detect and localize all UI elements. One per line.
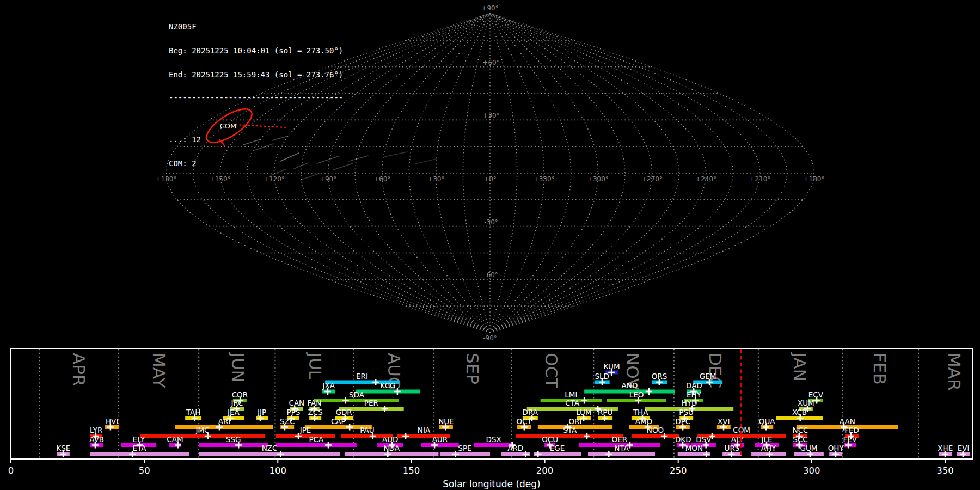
- shower-label-ORI: ORI: [568, 417, 581, 426]
- peak-marker-NIA: [402, 433, 409, 439]
- shower-label-MON: MON: [685, 444, 703, 452]
- shower-count: COM: 2: [169, 160, 343, 168]
- peak-marker-PCA: [325, 442, 332, 449]
- map-meridian: [490, 14, 760, 333]
- shower-label-NCC: NCC: [793, 426, 808, 434]
- x-tick-label: 0: [8, 465, 14, 476]
- shower-label-HYD: HYD: [682, 399, 697, 407]
- shower-label-ELY: ELY: [133, 435, 145, 444]
- peak-marker-EGE: [535, 451, 541, 457]
- shower-label-OER: OER: [612, 435, 628, 444]
- shower-label-SCC: SCC: [793, 435, 807, 444]
- peak-marker-CAP: [346, 424, 353, 431]
- month-label: SEP: [463, 353, 482, 384]
- shower-label-THA: THA: [633, 408, 648, 416]
- lon-label: +180°: [804, 175, 825, 183]
- shower-bar-ETA: [90, 452, 189, 456]
- shower-bar-SDA: [314, 399, 399, 402]
- header-separator: --------------------------------------: [169, 95, 343, 101]
- shower-bar-JPE: [276, 434, 335, 438]
- shower-label-AAN: AAN: [840, 417, 855, 426]
- month-label: MAR: [945, 353, 964, 391]
- shower-bar-PCA: [276, 443, 357, 447]
- map-meridian: [490, 14, 679, 333]
- lon-label: +30°: [427, 175, 444, 183]
- shower-label-AND: AND: [622, 381, 638, 390]
- shower-label-PPS: PPS: [287, 408, 301, 416]
- lon-label: +210°: [749, 175, 770, 183]
- x-tick-label: 250: [670, 465, 687, 476]
- shower-bars: KUMERISLDORSGEMJXAKCGANDDADCORSDALMILEOE…: [56, 362, 970, 457]
- shower-label-XUM: XUM: [798, 399, 814, 407]
- x-axis: 050100150200250300350Solar longitude (de…: [8, 459, 954, 489]
- shower-label-CAM: CAM: [167, 435, 183, 444]
- peak-marker-SDA: [342, 397, 349, 404]
- shower-label-JXA: JXA: [322, 381, 335, 390]
- shower-bar-NZC: [199, 452, 340, 456]
- shower-label-SZC: SZC: [280, 417, 295, 426]
- header-gap: [169, 117, 343, 120]
- sporadic-count: ...: 12: [169, 136, 343, 144]
- x-tick-label: 300: [803, 465, 820, 476]
- peak-marker-MON: [703, 451, 709, 457]
- shower-bar-NDA: [345, 452, 439, 456]
- shower-label-LMI: LMI: [565, 390, 577, 399]
- shower-label-NIA: NIA: [418, 426, 431, 434]
- shower-label-DRA: DRA: [523, 408, 538, 416]
- month-label: OCT: [542, 353, 561, 389]
- shower-bar-STA: [516, 434, 623, 438]
- peak-marker-ARD: [523, 451, 529, 457]
- header-info: NZ005F Beg: 20251225 10:04:01 (sol = 273…: [169, 7, 343, 183]
- timeline-plot: APRMAYJUNJULAUGSEPOCTNOVDECJANFEBMARKUME…: [8, 348, 972, 489]
- shower-label-LEO: LEO: [629, 390, 644, 399]
- meteor-streak: [384, 152, 407, 157]
- shower-label-NTA: NTA: [614, 444, 629, 452]
- shower-label-SPE: SPE: [458, 444, 471, 452]
- shower-label-PCA: PCA: [309, 435, 324, 444]
- shower-label-FEV: FEV: [843, 435, 857, 444]
- shower-label-ECV: ECV: [808, 390, 824, 399]
- shower-label-SDA: SDA: [349, 390, 365, 399]
- shower-label-AUD: AUD: [382, 435, 399, 444]
- lon-label: +0°: [483, 175, 497, 183]
- map-meridian: [490, 14, 571, 333]
- month-label: JAN: [790, 352, 810, 382]
- pole-label-north: +90°: [481, 4, 498, 12]
- pole-label-south: -90°: [483, 334, 497, 342]
- shower-bar-SSG: [199, 443, 268, 447]
- peak-marker-STA: [584, 433, 590, 439]
- shower-label-GDR: GDR: [336, 408, 352, 416]
- shower-label-AHY: AHY: [761, 444, 776, 452]
- lon-label: +330°: [534, 175, 555, 183]
- shower-label-GUM: GUM: [800, 444, 817, 452]
- shower-label-AVB: AVB: [89, 435, 104, 444]
- report-canvas: +90°-90°+60°+30°-30°-60°+180°+150°+120°+…: [0, 0, 980, 490]
- x-tick-label: 150: [403, 465, 420, 476]
- lat-label: -30°: [484, 218, 498, 226]
- month-label: JUL: [305, 352, 325, 380]
- shower-bar-AUR: [421, 443, 459, 447]
- meteor-streak: [349, 156, 368, 161]
- shower-label-KCG: KCG: [381, 381, 396, 390]
- lon-label: +270°: [641, 175, 663, 183]
- shower-label-CAN: CAN: [289, 399, 304, 407]
- month-label: APR: [69, 353, 89, 386]
- month-label: FEB: [870, 353, 890, 385]
- shower-label-AMO: AMO: [635, 417, 653, 426]
- map-meridian: [490, 14, 706, 333]
- lon-label: +300°: [587, 175, 609, 183]
- begin-time: Beg: 20251225 10:04:01 (sol = 273.50°): [169, 47, 343, 55]
- shower-label-NOO: NOO: [647, 426, 664, 434]
- shower-label-EGE: EGE: [550, 444, 565, 452]
- shower-bar-ARI: [175, 425, 273, 429]
- peak-marker-LMI: [581, 397, 587, 404]
- shower-label-EHY: EHY: [687, 390, 702, 399]
- x-tick-label: 200: [536, 465, 554, 476]
- shower-label-ARD: ARD: [507, 444, 523, 452]
- peak-marker-PER: [382, 406, 388, 412]
- shower-bar-JMC: [140, 434, 265, 438]
- shower-bar-SPE: [440, 452, 490, 456]
- meteor-radiant-report: +90°-90°+60°+30°-30°-60°+180°+150°+120°+…: [0, 0, 980, 490]
- shower-label-JEA: JEA: [227, 408, 240, 416]
- lat-label: +30°: [482, 112, 499, 119]
